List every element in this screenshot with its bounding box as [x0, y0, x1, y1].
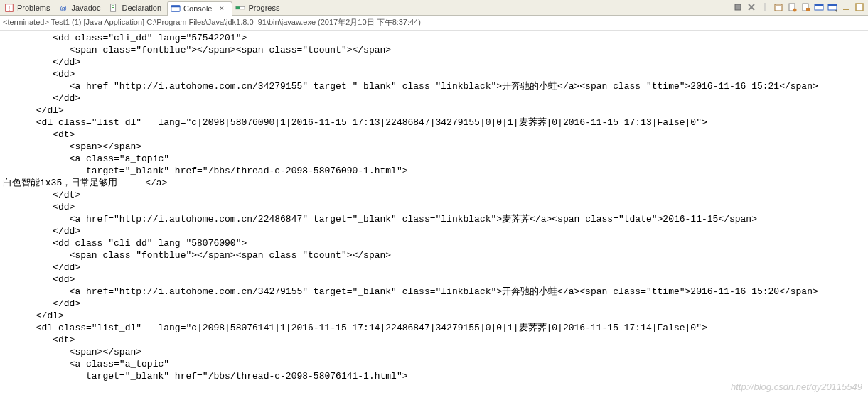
console-toolbar — [732, 1, 865, 13]
svg-point-17 — [793, 9, 797, 12]
tab-declaration[interactable]: Declaration — [106, 1, 167, 15]
tab-console[interactable]: Console ✕ — [167, 1, 232, 16]
console-output[interactable]: <dd class="cli_dd" lang="57542201"> <spa… — [0, 31, 868, 384]
svg-text:@: @ — [60, 4, 68, 11]
clear-console-icon[interactable] — [773, 1, 784, 13]
display-selected-icon[interactable] — [813, 1, 825, 13]
view-tab-bar: ! Problems @ Javadoc Declaration Console… — [0, 0, 868, 16]
remove-launch-icon[interactable] — [732, 1, 744, 13]
tab-problems[interactable]: ! Problems — [1, 1, 55, 15]
svg-rect-9 — [236, 6, 240, 9]
javadoc-icon: @ — [58, 3, 68, 13]
svg-rect-25 — [843, 9, 849, 10]
svg-rect-26 — [856, 4, 863, 11]
maximize-icon[interactable] — [854, 1, 865, 13]
progress-icon — [235, 3, 245, 13]
tab-label: Console — [183, 4, 212, 13]
process-status-line: <terminated> Test1 (1) [Java Application… — [0, 16, 868, 31]
tab-label: Progress — [248, 4, 279, 12]
svg-rect-10 — [735, 4, 741, 10]
tab-label: Declaration — [122, 4, 161, 12]
remove-all-icon[interactable] — [746, 1, 757, 13]
tab-javadoc[interactable]: @ Javadoc — [55, 1, 106, 15]
open-console-icon[interactable] — [827, 1, 838, 13]
declaration-icon — [109, 3, 119, 13]
divider — [759, 1, 771, 13]
tab-progress[interactable]: Progress — [232, 1, 285, 15]
svg-rect-14 — [775, 4, 782, 11]
svg-rect-19 — [806, 8, 810, 11]
pin-console-icon[interactable] — [800, 1, 811, 13]
svg-rect-23 — [828, 4, 837, 6]
watermark-text: http://blog.csdn.net/qy20115549 — [731, 382, 862, 384]
tab-label: Javadoc — [71, 4, 100, 12]
scroll-lock-icon[interactable] — [786, 1, 798, 13]
svg-rect-21 — [815, 4, 823, 6]
tab-label: Problems — [17, 4, 50, 12]
svg-rect-4 — [112, 5, 115, 6]
console-icon — [171, 4, 181, 13]
problems-icon: ! — [4, 3, 14, 13]
svg-rect-5 — [112, 7, 115, 8]
svg-text:!: ! — [9, 4, 10, 11]
svg-rect-7 — [171, 6, 180, 8]
close-icon[interactable]: ✕ — [218, 4, 226, 13]
svg-marker-24 — [835, 10, 837, 12]
minimize-icon[interactable] — [840, 1, 852, 13]
